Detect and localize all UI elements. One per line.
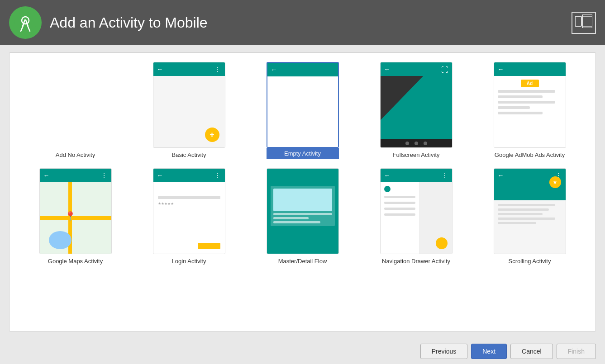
android-studio-logo: A <box>9 6 42 39</box>
main-content: Add No Activity ← ⋮ + Basic Activity <box>0 45 605 339</box>
scrolling-body: ★ <box>494 182 566 254</box>
menu-dots-icon: ⋮ <box>214 172 221 179</box>
admob-body: Ad <box>494 76 566 147</box>
fab-icon: + <box>205 128 219 142</box>
masterdetail-activity-label: Master/Detail Flow <box>278 258 327 265</box>
basic-body: + <box>153 76 225 147</box>
nav-dot <box>414 142 418 145</box>
nav-circle <box>384 186 391 192</box>
login-password-dots: ★★★★★ <box>158 202 220 206</box>
activity-item-navdrawer[interactable]: ← ⋮ Navigat <box>364 168 468 265</box>
back-arrow-icon: ← <box>498 66 504 73</box>
logo-svg: A <box>14 11 37 34</box>
activity-grid-container[interactable]: Add No Activity ← ⋮ + Basic Activity <box>9 52 596 331</box>
scrolling-activity-preview: ← ⋮ ★ <box>494 168 566 254</box>
nav-line <box>384 202 416 204</box>
device-preview-icon[interactable] <box>572 12 596 34</box>
activity-item-basic[interactable]: ← ⋮ + Basic Activity <box>137 62 241 158</box>
no-activity-label: Add No Activity <box>56 151 95 158</box>
drawer-panel <box>381 182 420 254</box>
navdrawer-phone-header: ← ⋮ <box>381 169 452 182</box>
activity-item-login[interactable]: ← ⋮ ★★★★★ Login Activity <box>137 168 241 265</box>
ad-label: Ad <box>521 80 539 87</box>
basic-phone-header: ← ⋮ <box>153 62 225 76</box>
maps-activity-label: Google Maps Activity <box>48 258 103 265</box>
header: A Add an Activity to Mobile <box>0 0 605 45</box>
finish-button[interactable]: Finish <box>557 344 596 359</box>
navdrawer-activity-label: Navigation Drawer Activity <box>382 258 450 265</box>
back-arrow-icon: ← <box>498 172 504 179</box>
menu-dots-icon: ⋮ <box>101 172 108 179</box>
scrolling-activity-label: Scrolling Activity <box>509 258 551 265</box>
masterdetail-body <box>267 182 338 254</box>
login-activity-label: Login Activity <box>172 258 206 265</box>
navdrawer-body <box>381 182 452 254</box>
back-arrow-icon: ← <box>384 172 391 179</box>
masterdetail-phone-header <box>267 169 338 182</box>
back-arrow-icon: ← <box>384 66 391 73</box>
admob-activity-label: Google AdMob Ads Activity <box>495 151 565 158</box>
menu-dots-icon: ⋮ <box>214 66 221 73</box>
back-arrow-icon: ← <box>157 172 163 179</box>
detail-card <box>271 186 335 226</box>
fullscreen-body <box>381 76 452 139</box>
scroll-line <box>498 217 556 220</box>
activity-item-no-activity[interactable]: Add No Activity <box>23 62 128 158</box>
activity-item-admob[interactable]: ← Ad Google AdMob Ads Activity <box>477 62 582 158</box>
empty-phone-header: ← <box>267 63 338 76</box>
navdrawer-activity-preview: ← ⋮ <box>380 168 453 254</box>
back-arrow-icon: ← <box>271 66 277 73</box>
svg-rect-5 <box>575 16 581 26</box>
fullscreen-activity-label: Fullscreen Activity <box>392 151 439 158</box>
activity-item-empty[interactable]: ← Empty Activity <box>250 62 355 159</box>
content-line <box>498 106 530 109</box>
login-activity-preview: ← ⋮ ★★★★★ <box>153 168 225 254</box>
page-title: Add an Activity to Mobile <box>50 14 208 31</box>
cancel-button[interactable]: Cancel <box>510 344 553 359</box>
card-inner <box>273 189 332 211</box>
activity-item-scrolling[interactable]: ← ⋮ ★ <box>477 168 582 265</box>
map-pin-icon: 📍 <box>65 211 76 222</box>
login-phone-header: ← ⋮ <box>153 169 225 182</box>
next-button[interactable]: Next <box>471 344 507 359</box>
nav-dot <box>405 142 409 145</box>
empty-activity-label: Empty Activity <box>267 148 339 159</box>
basic-activity-label: Basic Activity <box>172 151 206 158</box>
activity-item-maps[interactable]: ← ⋮ 📍 Google Maps Activity <box>23 168 128 265</box>
back-arrow-icon: ← <box>157 66 163 73</box>
activity-grid: Add No Activity ← ⋮ + Basic Activity <box>23 62 582 265</box>
nav-fab <box>436 237 448 249</box>
previous-button[interactable]: Previous <box>420 344 467 359</box>
phone-nav-bar <box>381 139 452 147</box>
empty-body <box>267 76 338 147</box>
activity-item-fullscreen[interactable]: ← ⛶ Fullscreen Activity <box>364 62 468 158</box>
activity-item-master-detail[interactable]: Master/Detail Flow <box>250 168 355 265</box>
login-username-field <box>158 196 220 199</box>
scroll-line <box>498 213 543 215</box>
scroll-line <box>498 208 549 211</box>
maps-phone-header: ← ⋮ <box>40 169 111 182</box>
content-line <box>498 90 556 93</box>
map-water <box>49 231 71 249</box>
fullscreen-activity-preview: ← ⛶ <box>380 62 453 148</box>
scroll-line <box>498 222 536 224</box>
empty-activity-preview: ← <box>267 62 339 148</box>
scroll-line <box>498 204 556 206</box>
masterdetail-activity-preview <box>267 168 339 254</box>
admob-phone-header: ← <box>494 62 566 76</box>
star-fab: ★ <box>549 176 561 188</box>
footer: Previous Next Cancel Finish <box>0 339 605 364</box>
nav-line <box>384 213 416 216</box>
card-line <box>273 217 309 219</box>
maps-body: 📍 <box>40 182 111 254</box>
back-arrow-icon: ← <box>43 172 50 179</box>
maps-activity-preview: ← ⋮ 📍 <box>39 168 112 254</box>
diagonal-overlay <box>381 76 452 139</box>
nav-dot <box>424 142 427 145</box>
card-line <box>273 221 320 223</box>
login-body: ★★★★★ <box>153 182 225 254</box>
login-button <box>198 243 220 249</box>
content-line <box>498 101 556 104</box>
fullscreen-icon: ⛶ <box>441 66 448 74</box>
basic-activity-preview: ← ⋮ + <box>153 62 225 148</box>
